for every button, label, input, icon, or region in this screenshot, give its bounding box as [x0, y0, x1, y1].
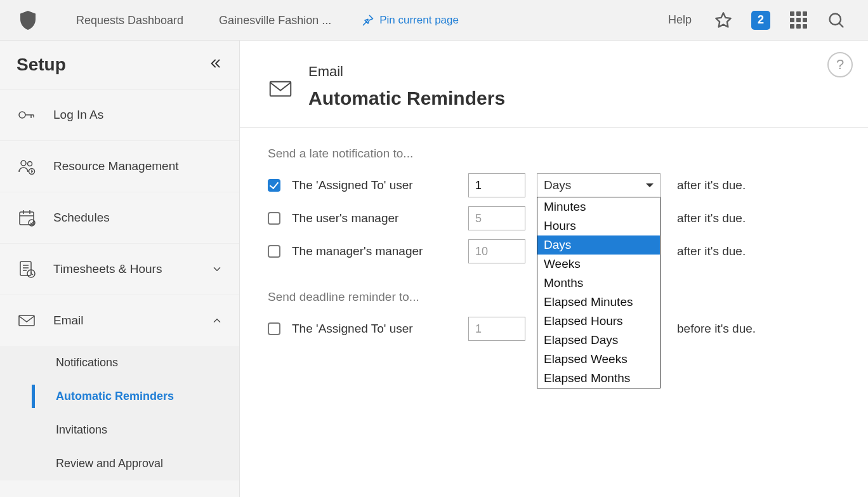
checkbox-assigned-to[interactable] [268, 179, 280, 192]
row-label: The user's manager [292, 211, 457, 225]
sidebar-title: Setup [16, 55, 66, 75]
page-mail-icon [268, 76, 293, 104]
topnav-requests-dashboard[interactable]: Requests Dashboard [58, 0, 201, 41]
svg-point-7 [28, 162, 32, 166]
unit-dropdown: Minutes Hours Days Weeks Months Elapsed … [537, 197, 661, 388]
people-icon [16, 156, 37, 176]
search-icon [827, 11, 845, 29]
sidebar-item-schedules[interactable]: Schedules [0, 192, 239, 244]
sidebar-item-label: Email [53, 314, 84, 328]
row-label: The 'Assigned To' user [292, 322, 457, 336]
sidebar-item-log-in-as[interactable]: Log In As [0, 89, 239, 141]
after-text: after it's due. [677, 178, 746, 192]
value-input-assigned-to[interactable] [468, 173, 525, 197]
after-text: after it's due. [677, 244, 746, 258]
svg-line-1 [839, 23, 843, 27]
unit-option-months[interactable]: Months [537, 274, 660, 293]
after-text: after it's due. [677, 211, 746, 225]
checkbox-managers-manager[interactable] [268, 245, 280, 258]
svg-point-2 [19, 112, 25, 118]
sidebar-header: Setup [0, 41, 239, 89]
late-row-assigned-to: The 'Assigned To' user Days Minutes Hour… [268, 173, 840, 197]
notification-badge[interactable]: 2 [751, 11, 770, 30]
collapse-sidebar-button[interactable] [209, 56, 223, 73]
row-label: The 'Assigned To' user [292, 178, 457, 192]
calendar-icon [16, 208, 37, 228]
sidebar-item-label: Timesheets & Hours [53, 262, 162, 276]
late-heading: Send a late notification to... [268, 147, 840, 161]
pin-current-page-button[interactable]: Pin current page [349, 14, 471, 27]
value-input-managers-manager[interactable] [468, 239, 525, 263]
chevron-up-icon [211, 315, 223, 326]
pin-label: Pin current page [379, 14, 459, 27]
page-title: Automatic Reminders [308, 88, 505, 109]
sidebar-subitem-invitations[interactable]: Invitations [0, 413, 239, 447]
unit-option-elapsed-weeks[interactable]: Elapsed Weeks [537, 350, 660, 369]
sidebar-item-timesheets-hours[interactable]: Timesheets & Hours [0, 244, 239, 295]
sidebar-subitem-notifications[interactable]: Notifications [0, 346, 239, 380]
unit-select[interactable]: Days [537, 173, 661, 197]
unit-option-minutes[interactable]: Minutes [537, 197, 660, 216]
content-header: Email Automatic Reminders [240, 41, 868, 128]
svg-rect-11 [20, 212, 34, 225]
apps-button[interactable] [788, 10, 808, 30]
grid-icon [790, 11, 807, 29]
star-icon [714, 11, 732, 29]
value-input-deadline-assigned-to[interactable] [468, 317, 525, 341]
sidebar-item-email[interactable]: Email [0, 295, 239, 346]
chevron-down-icon [211, 263, 223, 275]
svg-rect-23 [19, 315, 34, 326]
topnav-gainesville[interactable]: Gainesville Fashion ... [201, 0, 349, 41]
unit-option-days[interactable]: Days [537, 235, 660, 255]
search-button[interactable] [826, 10, 846, 30]
sidebar-item-label: Log In As [53, 108, 103, 122]
unit-option-elapsed-minutes[interactable]: Elapsed Minutes [537, 293, 660, 312]
checkbox-users-manager[interactable] [268, 212, 280, 225]
sidebar-subitem-review-approval[interactable]: Review and Approval [0, 447, 239, 480]
app-logo[interactable] [13, 5, 43, 36]
unit-option-elapsed-days[interactable]: Elapsed Days [537, 331, 660, 350]
pin-icon [362, 14, 374, 27]
late-notification-section: Send a late notification to... The 'Assi… [240, 128, 868, 369]
svg-point-6 [21, 161, 26, 166]
unit-option-hours[interactable]: Hours [537, 216, 660, 235]
page-help-button[interactable]: ? [827, 52, 853, 77]
content: ? Email Automatic Reminders Send a late … [240, 41, 868, 497]
mail-icon [16, 310, 37, 331]
favorite-button[interactable] [713, 10, 733, 30]
checkbox-deadline-assigned-to[interactable] [268, 322, 280, 335]
sidebar: Setup Log In As Resource Management Sche… [0, 41, 240, 497]
timesheet-icon [16, 259, 37, 279]
unit-option-elapsed-hours[interactable]: Elapsed Hours [537, 312, 660, 331]
page-category: Email [308, 63, 505, 80]
sidebar-item-label: Resource Management [53, 159, 179, 173]
topbar: Requests Dashboard Gainesville Fashion .… [0, 0, 868, 41]
unit-option-weeks[interactable]: Weeks [537, 255, 660, 274]
svg-rect-16 [20, 262, 31, 275]
sidebar-item-label: Schedules [53, 211, 110, 225]
after-text: before it's due. [677, 322, 756, 336]
email-subitems: Notifications Automatic Reminders Invita… [0, 346, 239, 480]
key-icon [16, 105, 37, 125]
unit-option-elapsed-months[interactable]: Elapsed Months [537, 369, 660, 388]
sidebar-subitem-automatic-reminders[interactable]: Automatic Reminders [0, 380, 239, 413]
help-link[interactable]: Help [668, 13, 692, 27]
row-label: The manager's manager [292, 244, 457, 258]
svg-rect-24 [270, 82, 291, 96]
chevron-double-left-icon [209, 56, 223, 70]
sidebar-item-resource-management[interactable]: Resource Management [0, 141, 239, 192]
value-input-users-manager[interactable] [468, 206, 525, 230]
